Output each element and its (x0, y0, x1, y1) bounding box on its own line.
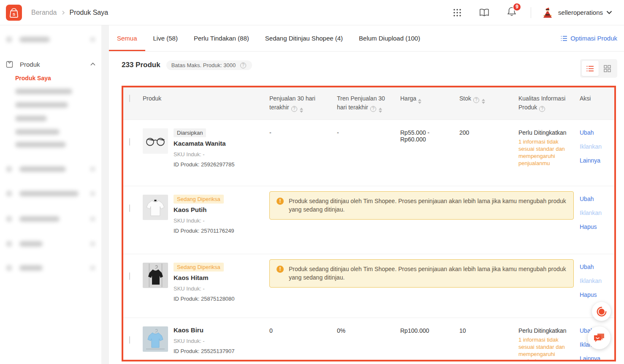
sidebar-item-redacted[interactable] (15, 127, 95, 137)
product-image-white-shirt[interactable] (143, 195, 168, 220)
col-penjualan: Penjualan 30 hari terakhir (269, 87, 337, 120)
account-chevron-down-icon[interactable] (606, 11, 612, 14)
col-harga: Harga (400, 87, 459, 120)
action-ubah[interactable]: Ubah (580, 196, 609, 202)
tab-belum-diupload[interactable]: Belum Diupload (100) (351, 25, 428, 51)
sidebar-item-redacted[interactable] (6, 263, 95, 273)
quality-status: Perlu Ditingkatkan (518, 327, 575, 334)
breadcrumb-current: Produk Saya (70, 9, 109, 16)
product-box-icon (6, 61, 13, 68)
grid-view-button[interactable] (599, 61, 616, 76)
sort-icon[interactable] (482, 99, 485, 104)
quality-note: 1 informasi tidak sesuai standar dan mem… (518, 139, 575, 167)
optimasi-produk-link[interactable]: Optimasi Produk (561, 25, 617, 51)
chevron-icon (90, 166, 95, 172)
action-hapus[interactable]: Hapus (580, 291, 609, 298)
chevron-icon (90, 37, 95, 42)
status-badge: Sedang Diperiksa (174, 263, 224, 272)
help-icon[interactable] (539, 106, 545, 112)
row-checkbox[interactable] (129, 272, 130, 280)
chat-fab[interactable] (588, 326, 610, 349)
product-name[interactable]: Kaos Putih (174, 206, 234, 213)
product-table: Produk Penjualan 30 hari terakhir Tren P… (122, 86, 616, 361)
sidebar-item-redacted[interactable] (15, 86, 95, 96)
row-checkbox[interactable] (129, 138, 130, 146)
tab-sedang-ditinjau[interactable]: Sedang Ditinjau Shopee (4) (257, 25, 351, 51)
col-tren: Tren Penjualan 30 hari terakhir (337, 87, 400, 120)
row-checkbox[interactable] (129, 204, 130, 212)
action-ubah[interactable]: Ubah (580, 263, 609, 270)
support-fab[interactable] (592, 302, 611, 321)
action-iklankan[interactable]: Iklankan (580, 209, 609, 216)
chevron-icon (90, 216, 95, 222)
product-name[interactable]: Kaos Hitam (174, 274, 235, 281)
col-kualitas: Kualitas Informasi Produk (518, 87, 580, 120)
notifications-bell-icon[interactable]: 9 (507, 7, 516, 19)
product-name[interactable]: Kaos Biru (174, 326, 235, 334)
username[interactable]: selleroperations (558, 9, 603, 16)
tab-perlu-tindakan[interactable]: Perlu Tindakan (88) (186, 25, 257, 51)
sidebar-item-redacted[interactable] (6, 34, 95, 44)
action-ubah[interactable]: Ubah (580, 129, 609, 136)
sidebar-item-redacted[interactable] (15, 113, 95, 123)
tab-semua[interactable]: Semua (109, 25, 145, 51)
product-id: ID Produk: 25875128080 (174, 296, 235, 302)
help-icon[interactable] (473, 97, 479, 103)
product-image-glasses[interactable] (143, 128, 168, 154)
toolbar: 233 Produk Batas Maks. Produk: 3000 (109, 52, 624, 86)
action-iklankan[interactable]: Iklankan (580, 143, 609, 150)
product-name[interactable]: Kacamata Wanita (174, 140, 235, 147)
breadcrumb-home[interactable]: Beranda (31, 9, 57, 16)
stock-value: 200 (459, 120, 518, 186)
sidebar: Produk Produk Saya (0, 25, 101, 364)
sort-icon[interactable] (300, 108, 303, 113)
price-value: Rp55.000 - Rp60.000 (400, 120, 459, 186)
chevron-icon (90, 265, 95, 271)
shopee-logo[interactable]: S (6, 5, 22, 21)
breadcrumb-chevron-icon (61, 10, 65, 15)
product-sku: SKU Induk: - (174, 151, 235, 158)
education-book-icon[interactable] (479, 8, 489, 18)
sidebar-item-redacted[interactable] (6, 164, 95, 174)
table-row: Kaos Biru SKU Induk: - ID Produk: 255251… (123, 318, 614, 361)
select-all-checkbox[interactable] (129, 95, 130, 102)
view-toggle (580, 59, 617, 78)
action-lainnya[interactable]: Lainnya (580, 355, 609, 361)
sidebar-item-redacted[interactable] (15, 100, 95, 110)
topbar-divider (531, 7, 531, 18)
apps-grid-icon[interactable] (452, 8, 462, 18)
sidebar-section-produk[interactable]: Produk (6, 59, 95, 69)
avatar[interactable] (541, 6, 554, 19)
col-stok: Stok (459, 87, 518, 120)
help-icon[interactable] (370, 106, 376, 112)
row-checkbox[interactable] (129, 336, 130, 344)
sidebar-item-redacted[interactable] (6, 188, 95, 198)
status-badge: Diarsipkan (174, 128, 206, 137)
topbar-actions: 9 selleroperations (452, 6, 612, 19)
warning-icon (277, 266, 284, 273)
list-view-button[interactable] (582, 61, 599, 76)
sort-icon[interactable] (379, 108, 382, 113)
help-icon[interactable] (240, 62, 246, 68)
product-limit-badge: Batas Maks. Produk: 3000 (166, 60, 252, 70)
review-notice: Produk sedang ditinjau oleh Tim Shopee. … (269, 259, 574, 288)
sidebar-item-redacted[interactable] (6, 214, 95, 224)
tabs-bar: Semua Live (58) Perlu Tindakan (88) Seda… (109, 25, 624, 52)
sort-icon[interactable] (418, 99, 421, 104)
main-content: Semua Live (58) Perlu Tindakan (88) Seda… (109, 25, 624, 364)
quality-note: 1 informasi tidak sesuai standar dan mem… (518, 337, 575, 361)
product-image-blue-shirt[interactable] (143, 326, 168, 352)
action-lainnya[interactable]: Lainnya (580, 157, 609, 164)
action-iklankan[interactable]: Iklankan (580, 277, 609, 284)
sidebar-item-redacted[interactable] (6, 239, 95, 249)
sidebar-section-label: Produk (20, 61, 40, 68)
help-icon[interactable] (291, 106, 297, 112)
sidebar-item-redacted[interactable] (15, 139, 95, 149)
product-id: ID Produk: 25926297785 (174, 161, 235, 168)
chevron-icon (90, 191, 95, 196)
sidebar-item-produk-saya[interactable]: Produk Saya (15, 73, 95, 83)
action-hapus[interactable]: Hapus (580, 223, 609, 230)
trend-value: - (337, 120, 400, 186)
product-image-black-shirt[interactable] (143, 263, 168, 288)
tab-live[interactable]: Live (58) (145, 25, 186, 51)
